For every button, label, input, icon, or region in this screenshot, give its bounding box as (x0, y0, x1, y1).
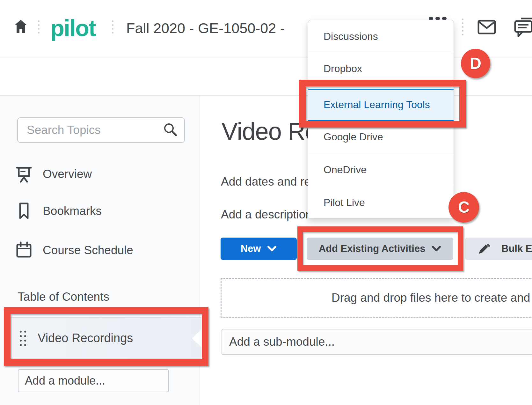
presentation-easel-icon (16, 165, 32, 183)
menu-item-external-learning-tools[interactable]: External Learning Tools (308, 89, 454, 121)
drag-handle-icon[interactable] (20, 331, 26, 346)
add-existing-activities-menu: Discussions Dropbox External Learning To… (308, 20, 454, 218)
sidebar-item-label: Overview (43, 167, 92, 181)
add-submodule-placeholder: Add a sub-module... (229, 335, 335, 349)
drag-drop-zone[interactable]: Drag and drop files here to create and (221, 278, 532, 318)
module-label: Video Recordings (38, 331, 133, 345)
home-icon[interactable] (15, 19, 27, 34)
bulk-edit-button[interactable]: Bulk Edit (465, 238, 532, 260)
add-submodule-input[interactable]: Add a sub-module... (222, 329, 532, 355)
chevron-down-icon (267, 246, 277, 252)
pilot-logo[interactable]: pilot (50, 15, 96, 41)
course-title: Fall 2020 - GE-1050-02 - (126, 20, 285, 37)
add-existing-activities-button[interactable]: Add Existing Activities (307, 238, 453, 260)
sidebar-item-label: Bookmarks (43, 204, 102, 218)
drag-drop-text: Drag and drop files here to create and (332, 291, 530, 305)
mail-icon[interactable] (477, 20, 496, 34)
annotation-circle-c: C (448, 192, 479, 223)
toc-heading: Table of Contents (18, 290, 109, 304)
selected-notch (192, 329, 201, 347)
module-video-recordings[interactable]: Video Recordings (11, 317, 201, 359)
divider-dots (112, 20, 114, 33)
chat-icon[interactable] (514, 17, 532, 38)
search-icon[interactable] (163, 122, 177, 136)
sidebar-item-course-schedule[interactable]: Course Schedule (16, 241, 133, 259)
calendar-icon (16, 241, 32, 259)
divider-dots (38, 20, 40, 33)
menu-item-onedrive[interactable]: OneDrive (308, 154, 454, 186)
bookmark-icon (16, 202, 32, 220)
pencil-icon (477, 242, 491, 255)
add-module-placeholder: Add a module... (25, 374, 105, 387)
menu-item-discussions[interactable]: Discussions (308, 20, 454, 53)
menu-item-dropbox[interactable]: Dropbox (308, 54, 454, 84)
menu-item-google-drive[interactable]: Google Drive (308, 121, 454, 153)
sidebar-item-bookmarks[interactable]: Bookmarks (16, 202, 102, 220)
divider-dots (462, 18, 464, 35)
search-placeholder: Search Topics (27, 123, 101, 137)
add-description-link[interactable]: Add a description... (221, 208, 322, 221)
add-module-input[interactable]: Add a module... (18, 369, 169, 392)
chevron-down-icon (432, 246, 441, 252)
menu-item-pilot-live[interactable]: Pilot Live (308, 187, 454, 218)
annotation-circle-d: D (461, 49, 490, 78)
sidebar-item-label: Course Schedule (43, 244, 133, 257)
new-button[interactable]: New (221, 238, 297, 260)
sidebar-item-overview[interactable]: Overview (16, 165, 92, 183)
